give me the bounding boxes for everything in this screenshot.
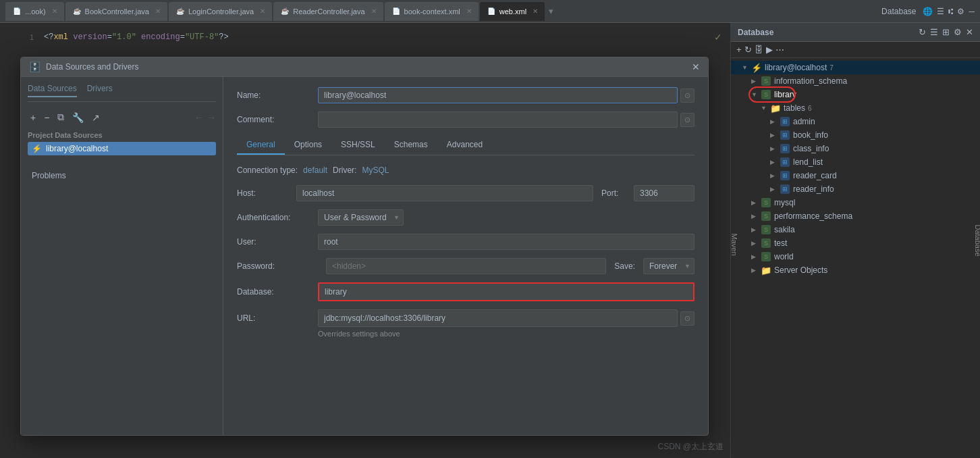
tree-table-admin[interactable]: ▶ ⊞ admin: [731, 115, 980, 128]
world-arrow: ▶: [751, 253, 761, 260]
password-input[interactable]: [326, 258, 606, 274]
panel-filter-icon[interactable]: ☰: [930, 27, 938, 37]
tree-server-objects[interactable]: ▶ 📁 Server Objects: [731, 263, 980, 277]
tab-ssh-ssl[interactable]: SSH/SSL: [331, 136, 385, 155]
code-line-1: 1 <?xml version="1.0" encoding="UTF-8"?>…: [0, 30, 729, 45]
export-datasource-button[interactable]: ↗: [89, 111, 103, 124]
file-icon: 📄: [12, 7, 22, 16]
tab-login-controller[interactable]: ☕ LoginController.java ✕: [169, 2, 272, 21]
host-input[interactable]: [296, 185, 593, 201]
panel-refresh-icon[interactable]: ↻: [919, 27, 926, 37]
dialog-close-button[interactable]: ✕: [692, 61, 700, 72]
tree-library[interactable]: ▼ S library: [731, 88, 980, 101]
dialog-icon: 🗄️: [29, 61, 40, 72]
class-info-arrow: ▶: [770, 145, 780, 152]
datasources-dialog: 🗄️ Data Sources and Drivers ✕ Data Sourc…: [20, 57, 709, 436]
java-icon: ☕: [72, 7, 82, 16]
name-input[interactable]: [318, 87, 678, 103]
mysql-arrow: ▶: [751, 199, 761, 206]
save-select[interactable]: Forever: [643, 258, 695, 274]
sidebar-tab-drivers[interactable]: Drivers: [87, 84, 113, 97]
toolbar-icon-list[interactable]: ☰: [937, 7, 944, 16]
library-icon: S: [761, 89, 771, 100]
sidebar-prev-arrow[interactable]: ←: [194, 112, 204, 123]
sidebar-item-label: library@localhost: [46, 144, 108, 153]
tree-table-reader-info[interactable]: ▶ ⊞ reader_info: [731, 182, 980, 196]
conn-type-value[interactable]: default: [303, 166, 327, 175]
name-expand-button[interactable]: ⊙: [680, 88, 695, 103]
tree-table-lend-list[interactable]: ▶ ⊞ lend_list: [731, 155, 980, 169]
panel-settings-icon[interactable]: ⚙: [954, 27, 962, 37]
url-input[interactable]: [318, 309, 678, 327]
lend-list-table-icon: ⊞: [780, 157, 790, 168]
tree-root-item[interactable]: ▼ ⚡ library@localhost 7: [731, 61, 980, 74]
driver-value[interactable]: MySQL: [362, 166, 389, 175]
remove-datasource-button[interactable]: −: [41, 111, 52, 124]
panel-split-icon[interactable]: ⊞: [942, 27, 950, 37]
toolbar-query-icon[interactable]: ▶: [766, 45, 773, 55]
code-bracket: <?: [44, 32, 53, 42]
comment-expand-button[interactable]: ⊙: [680, 113, 695, 127]
settings-datasource-button[interactable]: 🔧: [70, 111, 86, 124]
sidebar-item-library-localhost[interactable]: ⚡ library@localhost: [28, 142, 216, 155]
tree-test[interactable]: ▶ S test: [731, 236, 980, 250]
tree-sakila[interactable]: ▶ S sakila: [731, 223, 980, 236]
tab-book-context-close[interactable]: ✕: [466, 7, 472, 15]
copy-datasource-button[interactable]: ⧉: [55, 110, 67, 124]
auth-field-row: Authentication: User & Password: [237, 209, 695, 226]
tab-web-xml[interactable]: 📄 web.xml ✕: [480, 2, 545, 21]
admin-table-icon: ⊞: [780, 116, 790, 127]
tree-table-reader-card[interactable]: ▶ ⊞ reader_card: [731, 169, 980, 182]
tab-general[interactable]: General: [237, 136, 285, 155]
tab-book-context[interactable]: 📄 book-context.xml ✕: [385, 2, 479, 21]
tab-overflow-btn[interactable]: ▾: [549, 6, 553, 16]
comment-label: Comment:: [237, 115, 318, 124]
url-expand-button[interactable]: ⊙: [680, 311, 695, 326]
tab-book-controller[interactable]: ☕ BookController.java ✕: [65, 2, 167, 21]
tab-book-controller-close[interactable]: ✕: [155, 7, 161, 15]
sidebar-item-problems[interactable]: Problems: [28, 169, 216, 182]
tables-arrow: ▼: [761, 105, 770, 111]
tree-table-book-info[interactable]: ▶ ⊞ book_info: [731, 128, 980, 142]
auth-select[interactable]: User & Password: [318, 209, 404, 226]
database-input[interactable]: [318, 282, 695, 301]
toolbar-more-icon[interactable]: ⋯: [775, 45, 784, 55]
tab-login-controller-close[interactable]: ✕: [260, 7, 265, 15]
toolbar-icon-settings[interactable]: ⚙: [957, 7, 964, 16]
tab-schemas[interactable]: Schemas: [385, 136, 437, 155]
sidebar-next-arrow[interactable]: →: [207, 112, 216, 123]
tab-web-xml-close[interactable]: ✕: [533, 7, 538, 15]
toolbar-icon-branch[interactable]: ⑆: [948, 7, 953, 16]
tab-reader-controller[interactable]: ☕ ReaderController.java ✕: [273, 2, 383, 21]
host-field: Host:: [237, 185, 593, 201]
tree-tables[interactable]: ▼ 📁 tables 6: [731, 101, 980, 115]
user-label: User:: [237, 237, 318, 247]
sidebar-tab-datasources[interactable]: Data Sources: [28, 84, 77, 97]
lend-list-arrow: ▶: [770, 159, 780, 166]
info-schema-arrow: ▶: [751, 78, 761, 84]
tab-book[interactable]: 📄 ...ook) ✕: [5, 2, 64, 21]
comment-input[interactable]: [318, 111, 678, 128]
tab-reader-controller-close[interactable]: ✕: [371, 7, 377, 15]
tree-information-schema[interactable]: ▶ S information_schema: [731, 74, 980, 88]
toolbar-add-icon[interactable]: +: [736, 45, 742, 55]
code-check-mark: ✓: [714, 32, 722, 43]
tree-world[interactable]: ▶ S world: [731, 250, 980, 263]
toolbar-icon-minus[interactable]: ─: [969, 7, 975, 16]
toolbar-reload-icon[interactable]: ↻: [744, 45, 752, 55]
root-connection-icon: ⚡: [751, 62, 762, 73]
toolbar-schema-icon[interactable]: 🗄: [755, 45, 763, 55]
code-val-encoding: "UTF-8": [185, 32, 219, 42]
port-input[interactable]: [634, 185, 695, 201]
tree-mysql[interactable]: ▶ S mysql: [731, 196, 980, 209]
tree-performance-schema[interactable]: ▶ S performance_schema: [731, 209, 980, 223]
tab-options[interactable]: Options: [285, 136, 331, 155]
tab-book-close[interactable]: ✕: [52, 7, 57, 15]
toolbar-icon-globe[interactable]: 🌐: [923, 7, 933, 16]
tree-table-class-info[interactable]: ▶ ⊞ class_info: [731, 142, 980, 155]
tab-advanced[interactable]: Advanced: [437, 136, 492, 155]
add-datasource-button[interactable]: +: [28, 111, 38, 124]
user-input[interactable]: [318, 234, 695, 250]
panel-close-icon[interactable]: ✕: [966, 27, 973, 37]
database-panel: Database ↻ ☰ ⊞ ⚙ ✕ + ↻ 🗄 ▶ ⋯ ▼ ⚡ lib: [730, 23, 980, 458]
